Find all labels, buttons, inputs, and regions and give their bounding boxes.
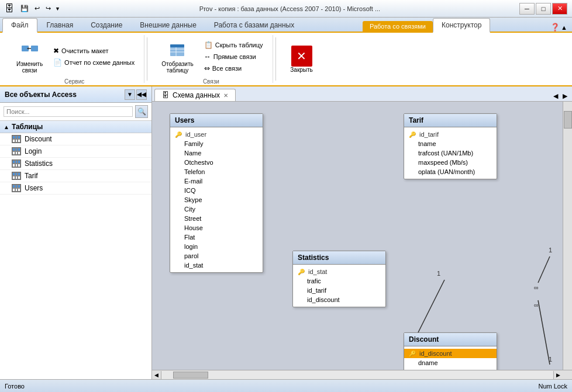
users-field-street: Street (170, 214, 263, 223)
servis-group-label: Сервис (64, 76, 84, 85)
direct-links-button[interactable]: ↔ Прямые связи (202, 51, 266, 62)
title-bar-left: 🗄 💾 ↩ ↪ ▼ (5, 4, 60, 14)
sidebar-tables-section[interactable]: ▲ Таблицы (0, 121, 151, 133)
close-button-ribbon[interactable]: ✕ Закрыть (285, 43, 318, 75)
users-field-id_user: 🔑 id_user (170, 130, 263, 139)
pk-icon-tarif: 🔑 (409, 131, 416, 138)
search-input[interactable] (4, 106, 133, 117)
statistics-fields: 🔑 id_stat trafic id_tarif id_discount (293, 265, 385, 307)
discount-field-dname: dname (404, 358, 497, 367)
tab-scroll-left[interactable]: ◀ (551, 91, 560, 101)
edit-relations-label: Изменитьсвязи (16, 61, 43, 74)
search-button[interactable]: 🔍 (135, 105, 148, 118)
table-statistics[interactable]: Statistics 🔑 id_stat trafic id_tarif id_… (292, 251, 386, 307)
users-field-family: Family (170, 139, 263, 148)
ribbon-sep-2 (275, 37, 276, 81)
close-items: ✕ Закрыть (285, 37, 318, 81)
quick-access-redo[interactable]: ↪ (44, 4, 53, 13)
hide-table-label: Скрыть таблицу (215, 41, 263, 48)
tab-db-icon: 🗄 (162, 91, 169, 99)
tab-home[interactable]: Главная (39, 19, 82, 32)
ribbon-tabs: Файл Главная Создание Внешние данные Раб… (0, 18, 572, 33)
scrollbar-corner (563, 370, 572, 380)
servis-small-btns: ✖ Очистить макет 📄 Отчет по схеме данных (51, 46, 137, 68)
help-icon[interactable]: ❓ (550, 23, 560, 32)
ribbon-sep-1 (147, 37, 147, 81)
title-bar: 🗄 💾 ↩ ↪ ▼ Prov - копия : база данных (Ac… (0, 0, 572, 18)
users-fields: 🔑 id_user Family Name Otchestvo Telefon … (170, 127, 263, 272)
table-tarif[interactable]: Tarif 🔑 id_tarif tname trafcost (UAN/1Mb… (404, 113, 497, 179)
statistics-header: Statistics (293, 251, 385, 265)
users-field-house: House (170, 223, 263, 233)
tab-close-icon[interactable]: ✕ (223, 92, 228, 99)
hide-table-button[interactable]: 📋 Скрыть таблицу (202, 40, 266, 50)
diagram-tab-label: Схема данных (173, 91, 220, 99)
sidebar-item-discount[interactable]: Discount (0, 133, 151, 145)
close-button[interactable]: ✕ (552, 3, 567, 15)
connections-small-btns: 📋 Скрыть таблицу ↔ Прямые связи ⇔ Все св… (202, 40, 266, 74)
table-icon-discount (12, 135, 21, 143)
users-field-flat: Flat (170, 233, 263, 242)
pk-icon-discount: 🔑 (409, 351, 416, 357)
vertical-scrollbar[interactable] (563, 102, 572, 370)
connections-group-label: Связи (203, 76, 219, 85)
diagram-area[interactable]: ∞ 1 ∞ 1 ∞ 1 Users (152, 102, 563, 370)
clear-layout-label: Очистить макет (61, 47, 108, 54)
sidebar-header: Все объекты Access ▼ ◀◀ (0, 86, 151, 103)
tarif-field-tname: tname (404, 139, 497, 148)
minimize-button[interactable]: ─ (519, 3, 535, 15)
clear-layout-button[interactable]: ✖ Очистить макет (51, 46, 137, 56)
all-links-label: Все связи (212, 65, 242, 72)
sidebar-item-login-label: Login (25, 147, 42, 155)
statistics-field-id_discount: id_discount (293, 295, 385, 304)
close-icon: ✕ (291, 46, 312, 67)
sidebar-item-tarif[interactable]: Tarif (0, 170, 151, 182)
sidebar-item-discount-label: Discount (25, 135, 52, 143)
horizontal-scrollbar[interactable]: ◀ ▶ (152, 370, 572, 379)
pk-icon: 🔑 (175, 131, 182, 138)
sidebar-item-statistics[interactable]: Statistics (0, 158, 151, 170)
content-tabs: 🗄 Схема данных ✕ ◀ ▶ (152, 86, 572, 102)
tab-create[interactable]: Создание (82, 19, 130, 32)
diagram-tab[interactable]: 🗄 Схема данных ✕ (154, 89, 236, 101)
sidebar-item-login[interactable]: Login (0, 145, 151, 158)
users-field-icq: ICQ (170, 186, 263, 195)
sidebar-close-btn[interactable]: ◀◀ (136, 89, 147, 100)
tarif-field-trafcost: trafcost (UAN/1Mb) (404, 148, 497, 158)
table-discount[interactable]: Discount 🔑 id_discount dname nachalo kon… (404, 332, 497, 370)
connections-items: Отобразитьтаблицу 📋 Скрыть таблицу ↔ Пря… (157, 37, 265, 76)
svg-text:1: 1 (549, 247, 552, 254)
tab-scroll-right[interactable]: ▶ (560, 91, 570, 101)
table-users[interactable]: Users 🔑 id_user Family Name Otchestvo Te… (170, 113, 263, 273)
sidebar: Все объекты Access ▼ ◀◀ 🔍 ▲ Таблицы Disc… (0, 86, 152, 379)
statistics-field-id_tarif: id_tarif (293, 286, 385, 295)
content-area: 🗄 Схема данных ✕ ◀ ▶ ∞ 1 (152, 86, 572, 379)
close-label: Закрыть (290, 67, 313, 73)
report-schema-button[interactable]: 📄 Отчет по схеме данных (51, 57, 137, 68)
maximize-button[interactable]: □ (536, 3, 551, 15)
sidebar-item-statistics-label: Statistics (25, 159, 53, 168)
all-links-icon: ⇔ (204, 64, 210, 72)
all-links-button[interactable]: ⇔ Все связи (202, 63, 266, 74)
ribbon-group-servis: Изменитьсвязи ✖ Очистить макет 📄 Отчет п… (5, 35, 144, 83)
expand-icon[interactable]: ▲ (561, 24, 567, 31)
discount-field-nachalo: nachalo (404, 367, 497, 370)
sidebar-item-users[interactable]: Users (0, 182, 151, 195)
tab-constructor[interactable]: Конструктор (433, 18, 490, 33)
pk-icon-stat: 🔑 (298, 269, 305, 275)
quick-access-undo[interactable]: ↩ (33, 4, 42, 13)
status-text: Готово (5, 383, 25, 390)
tab-file[interactable]: Файл (2, 18, 37, 33)
svg-rect-1 (31, 46, 38, 51)
tab-context-relations[interactable]: Работа со связями (363, 21, 433, 32)
quick-access-save[interactable]: 💾 (19, 4, 30, 13)
quick-access-dropdown[interactable]: ▼ (55, 6, 60, 12)
sidebar-collapse-btn[interactable]: ▼ (125, 89, 135, 100)
show-table-button[interactable]: Отобразитьтаблицу (157, 37, 198, 76)
tab-external-data[interactable]: Внешние данные (132, 19, 205, 32)
tab-db-tools[interactable]: Работа с базами данных (206, 19, 302, 32)
diagram-inner: ∞ 1 ∞ 1 ∞ 1 Users (152, 102, 572, 370)
edit-relations-button[interactable]: Изменитьсвязи (12, 37, 47, 76)
tarif-field-oplata: oplata (UAN/month) (404, 167, 497, 176)
sidebar-search: 🔍 (0, 103, 151, 121)
